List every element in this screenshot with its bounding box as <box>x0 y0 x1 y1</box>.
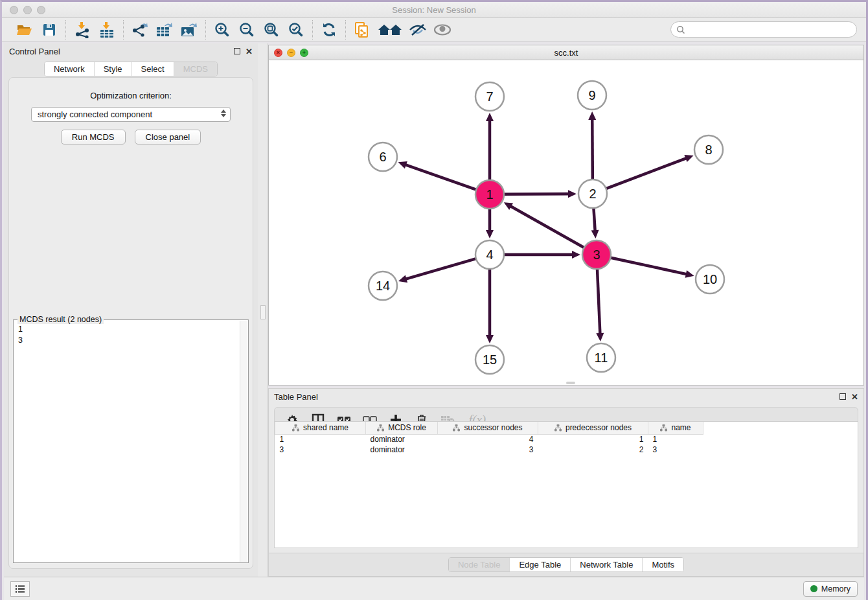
edge-1-6[interactable] <box>405 165 477 190</box>
result-scrollbar[interactable] <box>240 321 247 562</box>
network-window: × − + scc.txt 7968124314101511 <box>268 45 864 386</box>
memory-status-icon <box>810 585 817 592</box>
cell-name[interactable]: 3 <box>648 444 703 455</box>
column-header-predecessor-nodes[interactable]: predecessor nodes <box>538 422 648 434</box>
tab-motifs[interactable]: Motifs <box>643 558 683 571</box>
cell-name[interactable]: 1 <box>648 434 703 444</box>
column-header-successor-nodes[interactable]: successor nodes <box>438 422 538 434</box>
zoom-in-icon[interactable] <box>211 20 233 40</box>
task-history-button[interactable] <box>10 581 30 597</box>
graph-node-label-15: 15 <box>483 352 497 367</box>
cell-successor-nodes[interactable]: 4 <box>438 434 538 444</box>
edge-3-1[interactable] <box>510 206 585 249</box>
network-window-titlebar[interactable]: × − + scc.txt <box>269 45 863 60</box>
criterion-dropdown[interactable]: strongly connected component <box>31 107 231 122</box>
cell-MCDS-role[interactable]: dominator <box>366 444 438 455</box>
splitter-grip[interactable] <box>260 305 266 319</box>
clone-network-icon[interactable] <box>351 20 373 40</box>
home-layout-icon[interactable] <box>376 20 404 40</box>
import-table-icon[interactable] <box>96 20 118 40</box>
table-panel-title: Table Panel <box>274 392 318 402</box>
table-row[interactable]: 1dominator411 <box>275 434 713 444</box>
graph-node-label-4: 4 <box>486 248 493 262</box>
control-panel-title: Control Panel <box>9 47 60 56</box>
tab-network[interactable]: Network <box>45 62 95 76</box>
criterion-value: strongly connected component <box>38 110 152 119</box>
table-float-icon[interactable] <box>839 393 846 400</box>
list-icon <box>15 584 25 594</box>
column-type-icon <box>554 424 562 432</box>
edge-arrowhead <box>486 230 494 238</box>
network-graph[interactable]: 7968124314101511 <box>269 60 863 385</box>
app-title: Session: New Session <box>2 5 866 15</box>
edge-3-11[interactable] <box>597 268 600 334</box>
cell-shared-name[interactable]: 1 <box>275 434 366 444</box>
column-header-shared-name[interactable]: shared name <box>275 422 366 434</box>
control-panel-tabs: NetworkStyleSelectMCDS <box>44 62 218 76</box>
edge-arrowhead <box>588 111 596 120</box>
export-table-icon[interactable] <box>154 20 176 40</box>
cell-shared-name[interactable]: 3 <box>275 444 366 455</box>
export-network-icon[interactable] <box>129 20 151 40</box>
zoom-selected-icon[interactable] <box>285 20 307 40</box>
table-row[interactable]: 3dominator323 <box>275 444 713 455</box>
graph-node-label-8: 8 <box>705 143 712 157</box>
edge-2-9[interactable] <box>592 119 593 181</box>
search-icon <box>676 25 685 34</box>
refresh-view-icon[interactable] <box>318 20 340 40</box>
tab-network-table[interactable]: Network Table <box>571 558 643 571</box>
edge-arrowhead <box>568 190 577 198</box>
mcds-result-box: MCDS result (2 nodes) 13 <box>13 319 249 563</box>
column-type-icon <box>660 424 667 432</box>
tab-select[interactable]: Select <box>132 62 174 76</box>
close-panel-button[interactable]: Close panel <box>135 130 201 144</box>
app-titlebar: Session: New Session <box>2 2 866 18</box>
edge-arrowhead <box>486 113 494 121</box>
tab-mcds[interactable]: MCDS <box>174 62 217 76</box>
close-panel-icon[interactable]: ✕ <box>246 47 253 56</box>
network-window-title: scc.txt <box>269 48 863 58</box>
edge-4-14[interactable] <box>405 259 477 279</box>
graph-node-label-10: 10 <box>703 272 717 286</box>
memory-label: Memory <box>821 584 851 594</box>
edge-2-3[interactable] <box>593 207 595 231</box>
control-panel: Control Panel ✕ NetworkStyleSelectMCDS O… <box>4 43 258 577</box>
open-session-icon[interactable] <box>14 20 36 40</box>
table-tabs: Node TableEdge TableNetwork TableMotifs <box>448 557 684 572</box>
cell-successor-nodes[interactable]: 3 <box>438 444 538 455</box>
graph-node-label-2: 2 <box>589 187 596 201</box>
tab-edge-table[interactable]: Edge Table <box>510 558 571 571</box>
show-all-icon[interactable] <box>431 20 453 40</box>
network-window-resize-handle[interactable] <box>566 382 575 384</box>
graph-node-label-11: 11 <box>595 351 608 365</box>
mcds-result-item: 3 <box>18 335 248 346</box>
tab-style[interactable]: Style <box>95 62 132 76</box>
hide-selected-icon[interactable] <box>407 20 429 40</box>
memory-button[interactable]: Memory <box>803 581 858 597</box>
zoom-fit-icon[interactable] <box>260 20 282 40</box>
export-image-icon[interactable] <box>178 20 200 40</box>
edge-3-10[interactable] <box>610 257 687 274</box>
edge-arrowhead <box>398 161 407 168</box>
panel-splitter[interactable] <box>258 43 268 577</box>
edge-arrowhead <box>486 335 494 343</box>
node-table[interactable]: shared nameMCDS rolesuccessor nodesprede… <box>274 421 858 548</box>
zoom-out-icon[interactable] <box>236 20 258 40</box>
save-session-icon[interactable] <box>38 20 60 40</box>
column-type-icon <box>453 424 460 432</box>
table-close-icon[interactable]: ✕ <box>851 393 858 401</box>
float-panel-icon[interactable] <box>234 48 240 54</box>
cell-predecessor-nodes[interactable]: 2 <box>538 444 648 455</box>
search-field[interactable] <box>670 21 857 38</box>
column-header-MCDS-role[interactable]: MCDS role <box>366 422 438 434</box>
run-mcds-button[interactable]: Run MCDS <box>61 130 126 144</box>
cell-predecessor-nodes[interactable]: 1 <box>538 434 648 444</box>
network-canvas[interactable]: 7968124314101511 <box>269 60 863 385</box>
column-header-name[interactable]: name <box>648 422 703 434</box>
edge-2-8[interactable] <box>605 158 687 189</box>
cell-MCDS-role[interactable]: dominator <box>366 434 438 444</box>
tab-node-table[interactable]: Node Table <box>449 558 510 571</box>
import-network-icon[interactable] <box>71 20 93 40</box>
search-input[interactable] <box>685 25 856 34</box>
edge-1-2[interactable] <box>503 194 569 194</box>
